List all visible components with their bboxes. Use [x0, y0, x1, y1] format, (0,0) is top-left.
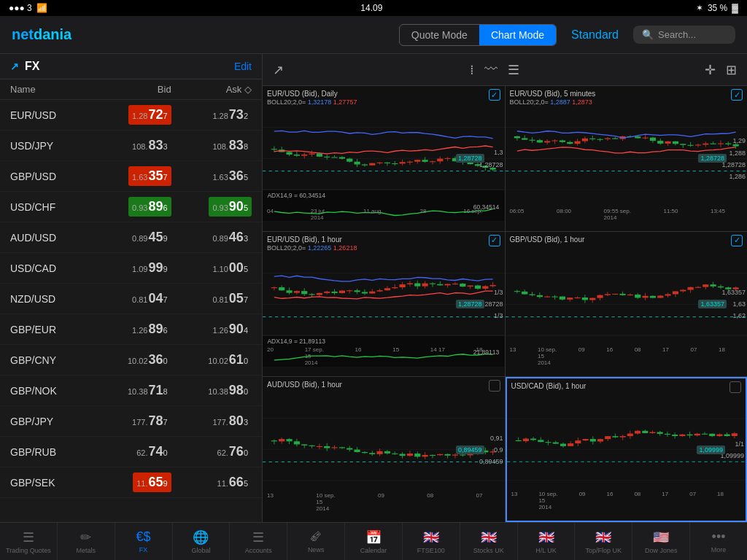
- edit-button[interactable]: Edit: [234, 61, 252, 72]
- svg-rect-357: [582, 439, 588, 440]
- svg-rect-278: [286, 439, 292, 441]
- left-panel: ↗ FX Edit Name Bid Ask ◇ EUR/USD 1.28727…: [0, 54, 263, 522]
- quote-row[interactable]: GBP/CNY 10.02360 10.02610: [0, 345, 262, 376]
- search-box[interactable]: 🔍 Search...: [633, 26, 735, 44]
- chart-cell-chart2[interactable]: EUR/USD (Bid), 5 minutes BOLL20;2,0= 1,2…: [506, 86, 748, 231]
- svg-rect-217: [544, 296, 550, 297]
- chart-mode-button[interactable]: Chart Mode: [479, 25, 556, 45]
- expand-chart-icon[interactable]: ↗: [273, 62, 284, 78]
- tab-item-calendar[interactable]: 📅 Calendar: [345, 523, 403, 560]
- svg-rect-20: [324, 157, 330, 158]
- quote-mode-button[interactable]: Quote Mode: [400, 25, 479, 45]
- svg-rect-371: [635, 431, 640, 434]
- panel-header: ↗ FX Edit: [0, 54, 262, 79]
- tab-item-accounts[interactable]: ☰ Accounts: [230, 523, 287, 560]
- svg-rect-381: [672, 435, 678, 436]
- bid-cell: 1.63357: [90, 166, 171, 186]
- svg-rect-341: [522, 439, 528, 441]
- svg-rect-316: [430, 455, 436, 456]
- tab-label-trading-quotes: Trading Quotes: [6, 547, 51, 554]
- svg-rect-276: [279, 439, 285, 441]
- quote-row[interactable]: USD/CHF 0.93896 0.93905: [0, 192, 262, 222]
- svg-rect-77: [522, 138, 527, 139]
- tab-item-trading-quotes[interactable]: ☰ Trading Quotes: [0, 523, 58, 560]
- quote-row[interactable]: GBP/NOK 10.38718 10.38980: [0, 376, 262, 406]
- svg-rect-383: [679, 435, 685, 436]
- tab-item-metals[interactable]: ✏ Metals: [58, 523, 115, 560]
- svg-rect-48: [430, 161, 436, 162]
- quote-row[interactable]: GBP/EUR 1.26896 1.26904: [0, 314, 262, 345]
- chart-cell-chart4[interactable]: GBP/USD (Bid), 1 hour ✓ 1,633571,631,62 …: [506, 232, 748, 377]
- quote-row[interactable]: USD/CAD 1.09999 1.10005: [0, 253, 262, 284]
- chart-cell-chart1[interactable]: EUR/USD (Bid), Daily BOLL20;2,0= 1,32178…: [263, 86, 505, 231]
- chart-checkbox[interactable]: [489, 380, 500, 392]
- svg-rect-286: [317, 446, 322, 447]
- chart-checkbox[interactable]: ✓: [731, 89, 743, 101]
- search-placeholder: Search...: [658, 29, 696, 40]
- tab-item-fx[interactable]: €$ FX: [115, 523, 173, 560]
- pair-name: GBP/NOK: [10, 385, 90, 397]
- chart-checkbox[interactable]: ✓: [731, 235, 743, 246]
- svg-rect-93: [581, 139, 587, 141]
- tab-icon-trading-quotes: ☰: [23, 529, 34, 545]
- quote-row[interactable]: AUD/USD 0.89459 0.89463: [0, 222, 262, 253]
- tab-item-news[interactable]: 🗞 News: [287, 523, 345, 560]
- tab-item-stocks-uk[interactable]: 🇬🇧 Stocks UK: [460, 523, 518, 560]
- svg-rect-387: [694, 434, 700, 435]
- svg-text:ADX14,9 = 60,34514: ADX14,9 = 60,34514: [267, 192, 325, 199]
- ask-badge: 1.26904: [209, 319, 252, 339]
- quote-row[interactable]: GBP/SEK 11.659 11.665: [0, 467, 262, 498]
- tab-item-dow-jones[interactable]: 🇺🇸 Dow Jones: [632, 523, 690, 560]
- status-time: 14.09: [360, 3, 382, 13]
- tab-icon-metals: ✏: [80, 529, 91, 545]
- tab-item-ftse100[interactable]: 🇬🇧 FTSE100: [403, 523, 460, 560]
- ask-badge: 0.89463: [209, 228, 252, 247]
- quote-row[interactable]: EUR/USD 1.28727 1.28732: [0, 100, 262, 131]
- svg-rect-160: [347, 290, 352, 291]
- svg-rect-50: [437, 159, 443, 162]
- chart-checkbox[interactable]: ✓: [489, 89, 500, 101]
- chart-cell-chart3[interactable]: EUR/USD (Bid), 1 hour BOLL20;2,0= 1,2226…: [263, 232, 505, 377]
- quote-row[interactable]: NZD/USD 0.81047 0.81057: [0, 284, 262, 314]
- x-axis: 2017 sep.152014161514 1718: [267, 346, 483, 366]
- chart-title: GBP/USD (Bid), 1 hour: [510, 235, 585, 244]
- crosshair-icon[interactable]: ✛: [705, 62, 716, 78]
- tab-item-global[interactable]: 🌐 Global: [173, 523, 231, 560]
- svg-rect-231: [597, 295, 603, 298]
- tab-item-topflop-uk[interactable]: 🇬🇧 Top/Flop UK: [575, 523, 632, 560]
- svg-rect-81: [536, 140, 542, 142]
- svg-rect-385: [686, 435, 692, 435]
- chart-cell-chart6[interactable]: USD/CAD (Bid), 1 hour 1/11,09999 1310 se…: [506, 377, 748, 522]
- svg-rect-115: [665, 141, 670, 144]
- svg-rect-188: [452, 284, 458, 284]
- tab-label-accounts: Accounts: [245, 547, 272, 554]
- ask-cell: 11.665: [171, 472, 252, 492]
- ask-badge: 1.63365: [209, 166, 252, 186]
- bar-chart-icon[interactable]: ⁞: [470, 62, 474, 78]
- ask-cell: 62.760: [171, 442, 252, 462]
- chart-checkbox[interactable]: [729, 381, 741, 393]
- svg-rect-284: [309, 446, 314, 446]
- svg-rect-85: [551, 141, 557, 141]
- quote-row[interactable]: GBP/JPY 177.787 177.803: [0, 406, 262, 437]
- search-icon: 🔍: [642, 29, 654, 40]
- x-axis: 1310 sep.152014091608170718: [511, 491, 724, 510]
- price-label: 1,28728: [456, 154, 484, 163]
- tab-item-more[interactable]: ••• More: [690, 523, 747, 560]
- pair-name: USD/CHF: [10, 201, 90, 213]
- tab-item-hl-uk[interactable]: 🇬🇧 H/L UK: [518, 523, 576, 560]
- ask-cell: 1.63365: [171, 166, 252, 186]
- quote-row[interactable]: USD/JPY 108.833 108.838: [0, 131, 262, 161]
- chart-cell-chart5[interactable]: AUD/USD (Bid), 1 hour 0,910,90,89459 131…: [263, 377, 505, 522]
- svg-rect-99: [604, 139, 610, 139]
- line-chart-icon[interactable]: 〰: [484, 62, 498, 77]
- candlestick-icon[interactable]: ☰: [508, 62, 519, 78]
- quote-row[interactable]: GBP/RUB 62.740 62.760: [0, 437, 262, 467]
- quote-row[interactable]: GBP/USD 1.63357 1.63365: [0, 161, 262, 192]
- grid-icon[interactable]: ⊞: [726, 62, 737, 78]
- tab-icon-hl-uk: 🇬🇧: [538, 529, 554, 545]
- svg-rect-247: [657, 295, 663, 298]
- signal-dots: ●●● 3: [9, 3, 32, 13]
- chart-checkbox[interactable]: ✓: [489, 235, 500, 246]
- price-label: 1,28728: [456, 300, 484, 308]
